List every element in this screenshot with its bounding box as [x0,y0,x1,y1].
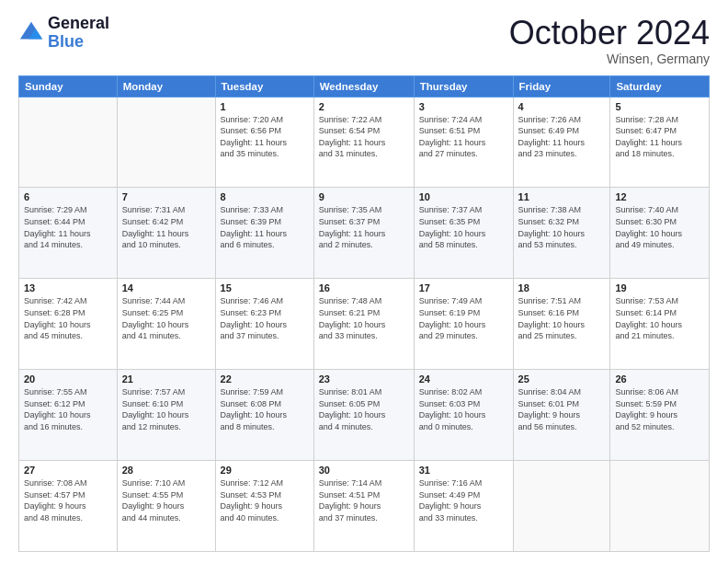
day-info: Sunrise: 7:59 AMSunset: 6:08 PMDaylight:… [221,386,309,432]
day-info: Sunrise: 7:12 AMSunset: 4:53 PMDaylight:… [221,477,309,523]
day-number: 30 [319,465,409,476]
day-number: 2 [319,101,409,112]
day-info: Sunrise: 8:06 AMSunset: 5:59 PMDaylight:… [615,386,704,432]
col-thursday: Thursday [414,75,513,97]
calendar-row: 27Sunrise: 7:08 AMSunset: 4:57 PMDayligh… [19,461,710,552]
day-info: Sunrise: 7:28 AMSunset: 6:47 PMDaylight:… [615,114,704,160]
table-row: 26Sunrise: 8:06 AMSunset: 5:59 PMDayligh… [610,370,710,461]
col-friday: Friday [513,75,610,97]
day-info: Sunrise: 8:02 AMSunset: 6:03 PMDaylight:… [419,386,508,432]
day-info: Sunrise: 7:53 AMSunset: 6:14 PMDaylight:… [615,295,704,341]
table-row: 12Sunrise: 7:40 AMSunset: 6:30 PMDayligh… [610,188,710,279]
col-wednesday: Wednesday [313,75,414,97]
calendar-row: 13Sunrise: 7:42 AMSunset: 6:28 PMDayligh… [19,279,710,370]
table-row: 13Sunrise: 7:42 AMSunset: 6:28 PMDayligh… [19,279,118,370]
day-number: 14 [122,282,210,293]
day-info: Sunrise: 7:48 AMSunset: 6:21 PMDaylight:… [319,295,409,341]
day-number: 4 [518,101,606,112]
day-number: 28 [122,465,210,476]
header-row: Sunday Monday Tuesday Wednesday Thursday… [19,75,710,97]
day-info: Sunrise: 8:04 AMSunset: 6:01 PMDaylight:… [518,386,606,432]
day-info: Sunrise: 7:38 AMSunset: 6:32 PMDaylight:… [518,204,606,250]
day-number: 24 [419,373,508,385]
day-number: 12 [615,191,704,202]
day-number: 20 [24,373,112,385]
day-number: 23 [319,373,409,385]
table-row: 15Sunrise: 7:46 AMSunset: 6:23 PMDayligh… [215,279,313,370]
table-row: 31Sunrise: 7:16 AMSunset: 4:49 PMDayligh… [414,461,513,552]
day-number: 22 [221,373,309,385]
table-row: 2Sunrise: 7:22 AMSunset: 6:54 PMDaylight… [313,97,414,188]
day-info: Sunrise: 7:20 AMSunset: 6:56 PMDaylight:… [221,114,309,160]
day-info: Sunrise: 7:46 AMSunset: 6:23 PMDaylight:… [221,295,309,341]
title-block: October 2024 Winsen, Germany [509,15,710,66]
month-title: October 2024 [509,15,710,52]
header: General Blue October 2024 Winsen, German… [18,15,710,66]
table-row: 28Sunrise: 7:10 AMSunset: 4:55 PMDayligh… [117,461,215,552]
table-row: 24Sunrise: 8:02 AMSunset: 6:03 PMDayligh… [414,370,513,461]
calendar-row: 6Sunrise: 7:29 AMSunset: 6:44 PMDaylight… [19,188,710,279]
day-number: 31 [419,465,508,476]
day-info: Sunrise: 7:55 AMSunset: 6:12 PMDaylight:… [24,386,112,432]
table-row [513,461,610,552]
table-row: 14Sunrise: 7:44 AMSunset: 6:25 PMDayligh… [117,279,215,370]
location: Winsen, Germany [509,52,710,66]
day-info: Sunrise: 8:01 AMSunset: 6:05 PMDaylight:… [319,386,409,432]
day-info: Sunrise: 7:35 AMSunset: 6:37 PMDaylight:… [319,204,409,250]
day-number: 13 [24,282,112,293]
table-row: 8Sunrise: 7:33 AMSunset: 6:39 PMDaylight… [215,188,313,279]
day-info: Sunrise: 7:14 AMSunset: 4:51 PMDaylight:… [319,477,409,523]
calendar-row: 20Sunrise: 7:55 AMSunset: 6:12 PMDayligh… [19,370,710,461]
table-row: 25Sunrise: 8:04 AMSunset: 6:01 PMDayligh… [513,370,610,461]
day-number: 26 [615,373,704,385]
calendar-table: Sunday Monday Tuesday Wednesday Thursday… [18,75,710,552]
day-number: 11 [518,191,606,202]
page: General Blue October 2024 Winsen, German… [0,0,728,563]
day-info: Sunrise: 7:22 AMSunset: 6:54 PMDaylight:… [319,114,409,160]
table-row: 19Sunrise: 7:53 AMSunset: 6:14 PMDayligh… [610,279,710,370]
day-number: 17 [419,282,508,293]
day-number: 10 [419,191,508,202]
day-info: Sunrise: 7:24 AMSunset: 6:51 PMDaylight:… [419,114,508,160]
table-row [117,97,215,188]
table-row: 29Sunrise: 7:12 AMSunset: 4:53 PMDayligh… [215,461,313,552]
day-number: 25 [518,373,606,385]
day-number: 15 [221,282,309,293]
day-info: Sunrise: 7:40 AMSunset: 6:30 PMDaylight:… [615,204,704,250]
col-sunday: Sunday [19,75,118,97]
day-info: Sunrise: 7:08 AMSunset: 4:57 PMDaylight:… [24,477,112,523]
day-number: 5 [615,101,704,112]
col-saturday: Saturday [610,75,710,97]
table-row: 11Sunrise: 7:38 AMSunset: 6:32 PMDayligh… [513,188,610,279]
table-row: 27Sunrise: 7:08 AMSunset: 4:57 PMDayligh… [19,461,118,552]
calendar-body: 1Sunrise: 7:20 AMSunset: 6:56 PMDaylight… [19,97,710,551]
day-number: 8 [221,191,309,202]
day-info: Sunrise: 7:10 AMSunset: 4:55 PMDaylight:… [122,477,210,523]
day-info: Sunrise: 7:29 AMSunset: 6:44 PMDaylight:… [24,204,112,250]
table-row: 5Sunrise: 7:28 AMSunset: 6:47 PMDaylight… [610,97,710,188]
table-row: 22Sunrise: 7:59 AMSunset: 6:08 PMDayligh… [215,370,313,461]
day-number: 7 [122,191,210,202]
day-number: 1 [221,101,309,112]
col-tuesday: Tuesday [215,75,313,97]
day-number: 27 [24,465,112,476]
table-row: 23Sunrise: 8:01 AMSunset: 6:05 PMDayligh… [313,370,414,461]
day-info: Sunrise: 7:57 AMSunset: 6:10 PMDaylight:… [122,386,210,432]
table-row: 6Sunrise: 7:29 AMSunset: 6:44 PMDaylight… [19,188,118,279]
table-row: 7Sunrise: 7:31 AMSunset: 6:42 PMDaylight… [117,188,215,279]
table-row: 1Sunrise: 7:20 AMSunset: 6:56 PMDaylight… [215,97,313,188]
day-info: Sunrise: 7:49 AMSunset: 6:19 PMDaylight:… [419,295,508,341]
day-info: Sunrise: 7:26 AMSunset: 6:49 PMDaylight:… [518,114,606,160]
day-number: 21 [122,373,210,385]
table-row: 17Sunrise: 7:49 AMSunset: 6:19 PMDayligh… [414,279,513,370]
day-info: Sunrise: 7:51 AMSunset: 6:16 PMDaylight:… [518,295,606,341]
day-number: 29 [221,465,309,476]
calendar-row: 1Sunrise: 7:20 AMSunset: 6:56 PMDaylight… [19,97,710,188]
day-info: Sunrise: 7:44 AMSunset: 6:25 PMDaylight:… [122,295,210,341]
table-row: 4Sunrise: 7:26 AMSunset: 6:49 PMDaylight… [513,97,610,188]
table-row: 18Sunrise: 7:51 AMSunset: 6:16 PMDayligh… [513,279,610,370]
col-monday: Monday [117,75,215,97]
day-number: 19 [615,282,704,293]
day-info: Sunrise: 7:33 AMSunset: 6:39 PMDaylight:… [221,204,309,250]
day-number: 16 [319,282,409,293]
